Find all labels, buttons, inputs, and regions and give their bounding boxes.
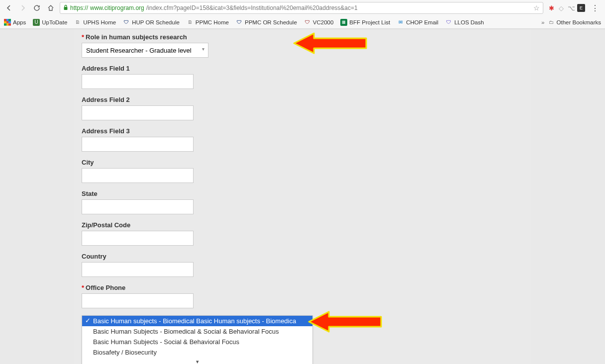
ext-icon-1[interactable]: ✱ [547,4,555,12]
file-icon: 🗎 [74,19,81,26]
apps-label: Apps [13,19,26,25]
shield-icon: 🛡 [445,19,452,26]
other-bookmarks-label: Other Bookmarks [557,19,601,25]
bookmark-item[interactable]: 🗎 PPMC Home [187,19,229,26]
office-phone-input[interactable] [82,293,194,308]
page-content: *Role in human subjects research ▾ Addre… [0,29,605,364]
bookmarks-bar: Apps U UpToDate 🗎 UPHS Home 🛡 HUP OR Sch… [0,16,605,29]
bookmark-label: PPMC Home [196,19,229,25]
folder-icon: 🗀 [548,19,555,26]
reload-button[interactable] [32,3,42,13]
state-input[interactable] [82,199,194,214]
address3-input[interactable] [82,137,194,152]
forward-button[interactable] [18,3,28,13]
bookmark-item[interactable]: 🗎 UPHS Home [74,19,116,26]
browser-menu-button[interactable]: ⋮ [589,3,601,13]
address2-input[interactable] [82,105,194,120]
bookmark-item[interactable]: U UpToDate [33,19,67,26]
bookmark-label: CHOP Email [406,19,438,25]
ext-icon-3[interactable]: ⌥ [567,4,575,12]
address3-label: Address Field 3 [82,127,523,135]
bookmark-label: UPHS Home [83,19,116,25]
bookmark-label: LLOS Dash [454,19,484,25]
url-path: /index.cfm?pageID=158&icat=3&fields=Inst… [146,4,358,11]
bookmark-label: HUP OR Schedule [132,19,180,25]
office-phone-label: *Office Phone [82,284,523,291]
bookmark-item[interactable]: 🛡 VC2000 [304,19,334,26]
required-star: * [82,284,84,291]
dropdown-option[interactable]: Basic Human Subjects - Social & Behavior… [82,337,312,347]
address-bar[interactable]: https://www.citiprogram.org/index.cfm?pa… [60,2,543,14]
ext-icon-2[interactable]: ◇ [557,4,565,12]
bookmark-item[interactable]: ▦ BFF Project List [340,19,390,26]
extension-icons: ✱ ◇ ⌥ E [547,4,585,12]
star-icon[interactable]: ☆ [533,4,540,12]
city-label: City [82,159,523,166]
address1-input[interactable] [82,74,194,89]
bookmark-item[interactable]: ✉ CHOP Email [397,19,438,26]
required-star: * [82,33,84,41]
bookmark-item[interactable]: 🛡 PPMC OR Schedule [236,19,297,26]
lock-icon [63,4,68,11]
overflow-icon[interactable]: » [541,19,544,25]
bookmark-label: PPMC OR Schedule [245,19,297,25]
form-container: *Role in human subjects research ▾ Addre… [74,29,531,364]
role-label: *Role in human subjects research [82,33,523,41]
shield-icon: 🛡 [236,19,243,26]
zip-input[interactable] [82,231,194,246]
home-button[interactable] [46,3,56,13]
shield-icon: 🛡 [304,19,311,26]
dropdown-option[interactable]: Basic Human Subjects - Biomedical & Soci… [82,326,312,337]
bookmark-item[interactable]: 🛡 HUP OR Schedule [123,19,180,26]
other-bookmarks-button[interactable]: 🗀 Other Bookmarks [548,19,601,26]
country-label: Country [82,253,523,260]
url-domain: www.citiprogram.org [90,4,144,11]
back-button[interactable] [4,3,14,13]
chevron-down-icon[interactable]: ▾ [82,358,312,364]
bookmark-item[interactable]: 🛡 LLOS Dash [445,19,484,26]
browser-toolbar: https://www.citiprogram.org/index.cfm?pa… [0,0,605,16]
bookmark-favicon: U [33,19,40,26]
bookmark-label: BFF Project List [349,19,390,25]
mail-icon: ✉ [397,19,404,26]
shield-icon: 🛡 [123,19,130,26]
annotation-arrow-bottom [306,307,384,337]
role-select[interactable] [82,43,208,58]
url-https: https:// [70,4,88,11]
apps-button[interactable]: Apps [4,19,26,26]
bookmark-label: VC2000 [313,19,334,25]
ext-icon-4[interactable]: E [577,4,585,12]
address2-label: Address Field 2 [82,96,523,103]
grid-icon: ▦ [340,19,347,26]
apps-icon [4,19,11,26]
address1-label: Address Field 1 [82,65,523,72]
dropdown-option[interactable]: Biosafety / Biosecurity [82,347,312,358]
dropdown-option[interactable]: Basic Human subjects - Biomedical Basic … [82,316,312,326]
svg-rect-0 [64,7,68,10]
bookmark-label: UpToDate [42,19,67,25]
state-label: State [82,190,523,197]
file-icon: 🗎 [187,19,194,26]
course-dropdown[interactable]: Basic Human subjects - Biomedical Basic … [82,315,313,364]
city-input[interactable] [82,168,194,183]
zip-label: Zip/Postal Code [82,221,523,229]
country-input[interactable] [82,262,194,277]
